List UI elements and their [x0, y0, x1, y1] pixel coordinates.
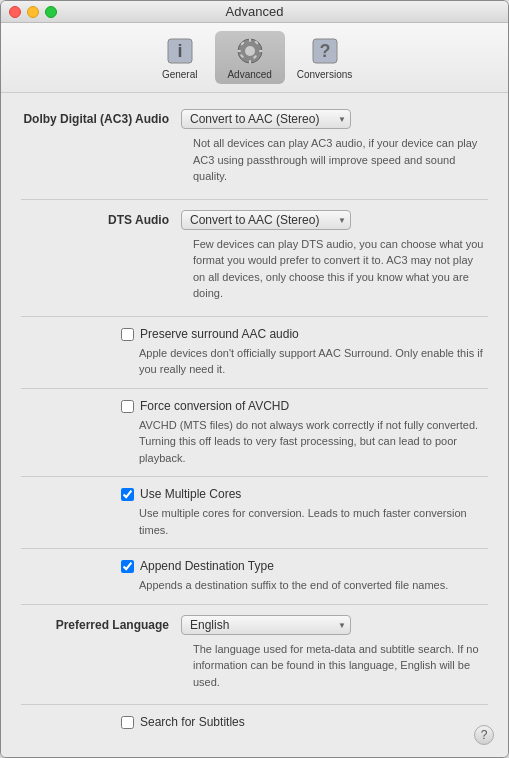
general-label: General: [162, 69, 198, 80]
search-subtitles-label: Search for Subtitles: [140, 715, 245, 729]
main-window: Advanced i General: [0, 0, 509, 758]
general-icon: i: [164, 35, 196, 67]
svg-rect-4: [249, 38, 251, 42]
preserve-surround-row: Preserve surround AAC audio: [121, 327, 488, 341]
maximize-button[interactable]: [45, 6, 57, 18]
minimize-button[interactable]: [27, 6, 39, 18]
svg-text:i: i: [177, 41, 182, 61]
multiple-cores-label: Use Multiple Cores: [140, 487, 241, 501]
close-button[interactable]: [9, 6, 21, 18]
svg-point-3: [245, 46, 255, 56]
divider-2: [21, 316, 488, 317]
dolby-description: Not all devices can play AC3 audio, if y…: [193, 135, 488, 185]
language-description: The language used for meta-data and subt…: [193, 641, 488, 691]
preserve-surround-checkbox[interactable]: [121, 328, 134, 341]
toolbar-item-conversions[interactable]: ? Conversions: [285, 31, 365, 84]
divider-5: [21, 548, 488, 549]
divider-3: [21, 388, 488, 389]
conversions-label: Conversions: [297, 69, 353, 80]
window-controls: [9, 6, 57, 18]
toolbar-item-advanced[interactable]: Advanced: [215, 31, 285, 84]
advanced-icon: [234, 35, 266, 67]
content-area: Dolby Digital (AC3) Audio Convert to AAC…: [1, 93, 508, 758]
force-avchd-row: Force conversion of AVCHD: [121, 399, 488, 413]
dolby-row: Dolby Digital (AC3) Audio Convert to AAC…: [21, 109, 488, 129]
language-row: Preferred Language English French German…: [21, 615, 488, 635]
dts-label: DTS Audio: [21, 210, 181, 227]
force-avchd-label: Force conversion of AVCHD: [140, 399, 289, 413]
dolby-select[interactable]: Convert to AAC (Stereo) Passthrough Conv…: [181, 109, 351, 129]
svg-text:?: ?: [319, 41, 330, 61]
divider-6: [21, 604, 488, 605]
toolbar-item-general[interactable]: i General: [145, 31, 215, 84]
advanced-label: Advanced: [227, 69, 271, 80]
language-select[interactable]: English French German Spanish Italian Ja…: [181, 615, 351, 635]
dolby-label: Dolby Digital (AC3) Audio: [21, 109, 181, 126]
language-label: Preferred Language: [21, 615, 181, 632]
preserve-surround-description: Apple devices don't officially support A…: [139, 345, 488, 378]
divider-7: [21, 704, 488, 705]
svg-rect-6: [237, 50, 241, 52]
conversions-icon: ?: [309, 35, 341, 67]
svg-rect-7: [259, 50, 263, 52]
force-avchd-checkbox[interactable]: [121, 400, 134, 413]
search-subtitles-row: Search for Subtitles: [121, 715, 488, 729]
append-dest-row: Append Destination Type: [121, 559, 488, 573]
append-dest-description: Appends a destination suffix to the end …: [139, 577, 488, 594]
dolby-select-wrapper: Convert to AAC (Stereo) Passthrough Conv…: [181, 109, 351, 129]
multiple-cores-description: Use multiple cores for conversion. Leads…: [139, 505, 488, 538]
dts-select[interactable]: Convert to AAC (Stereo) Passthrough Conv…: [181, 210, 351, 230]
append-dest-label: Append Destination Type: [140, 559, 274, 573]
dts-select-wrapper: Convert to AAC (Stereo) Passthrough Conv…: [181, 210, 351, 230]
divider-1: [21, 199, 488, 200]
divider-4: [21, 476, 488, 477]
toolbar: i General Adva: [1, 23, 508, 93]
window-title: Advanced: [226, 4, 284, 19]
search-subtitles-checkbox[interactable]: [121, 716, 134, 729]
svg-rect-5: [249, 60, 251, 64]
dts-description: Few devices can play DTS audio, you can …: [193, 236, 488, 302]
help-button[interactable]: ?: [474, 725, 494, 745]
preserve-surround-label: Preserve surround AAC audio: [140, 327, 299, 341]
multiple-cores-checkbox[interactable]: [121, 488, 134, 501]
force-avchd-description: AVCHD (MTS files) do not always work cor…: [139, 417, 488, 467]
multiple-cores-row: Use Multiple Cores: [121, 487, 488, 501]
dts-row: DTS Audio Convert to AAC (Stereo) Passth…: [21, 210, 488, 230]
append-dest-checkbox[interactable]: [121, 560, 134, 573]
title-bar: Advanced: [1, 1, 508, 23]
language-select-wrapper: English French German Spanish Italian Ja…: [181, 615, 351, 635]
